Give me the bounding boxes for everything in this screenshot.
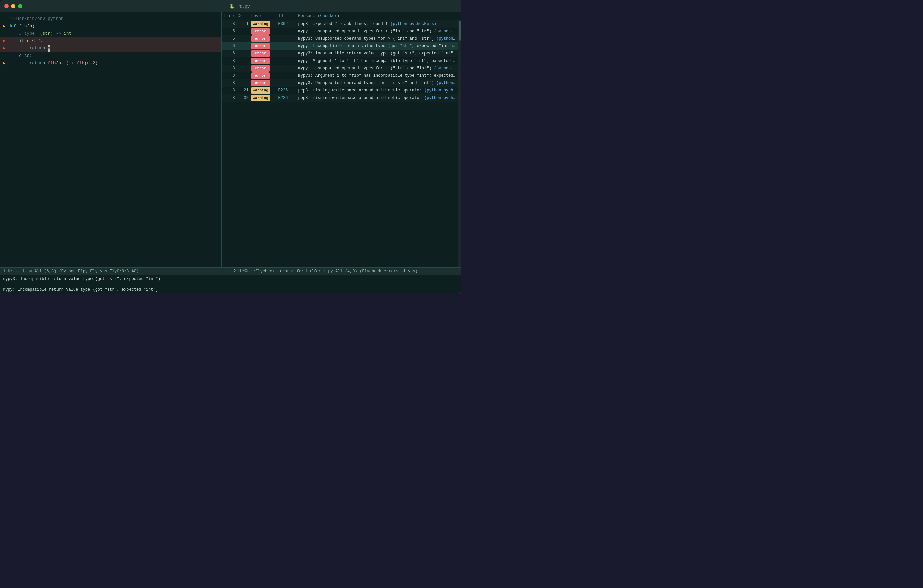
fc-line: 3 xyxy=(224,21,238,27)
fc-line: 5 xyxy=(224,35,238,42)
traffic-lights xyxy=(4,4,22,8)
fc-level: warning xyxy=(251,87,278,94)
maximize-button[interactable] xyxy=(18,4,22,8)
dual-status-bar: 1 U:--- t.py All (6,8) (Python Elpy Fly … xyxy=(0,267,461,275)
warning-badge: warning xyxy=(251,21,270,27)
minimize-button[interactable] xyxy=(11,4,15,8)
minibuffer: mypy3: Incompatible return value type (g… xyxy=(0,275,461,294)
main-content: #!/usr/bin/env python ▶ def fib(n): # ty… xyxy=(0,12,461,267)
fc-line: 8 xyxy=(224,80,238,87)
cursor: n xyxy=(48,45,51,52)
scrollbar-thumb[interactable] xyxy=(459,21,461,41)
fc-msg: mypy3: Argument 1 to "fib" has incompati… xyxy=(298,72,456,79)
gutter-warning-icon: ▶ xyxy=(2,23,7,30)
checker-paren-close: ) xyxy=(337,14,339,18)
flycheck-status-text: 2 U:%%- *Flycheck errors* for buffer t.p… xyxy=(234,269,459,274)
fc-msg: mypy3: Unsupported operand types for - (… xyxy=(298,80,456,87)
code-line: ▶ return fib(n-1) + fib(n-2) xyxy=(0,59,221,67)
gutter-empty xyxy=(2,15,7,23)
flycheck-row[interactable]: 8 21 warning E226 pep8: missing whitespa… xyxy=(222,87,458,94)
editor-status-text: 1 U:--- t.py All (6,8) (Python Elpy Fly … xyxy=(3,269,228,274)
fc-line: 6 xyxy=(224,50,238,57)
flycheck-row[interactable]: 8 error mypy: Argument 1 to "fib" has in… xyxy=(222,57,458,64)
flycheck-row-selected[interactable]: 6 error mypy: Incompatible return value … xyxy=(222,43,458,50)
flycheck-row[interactable]: 8 error mypy3: Unsupported operand types… xyxy=(222,79,458,87)
code-text: #!/usr/bin/env python xyxy=(8,15,218,23)
fc-id: E226 xyxy=(278,87,298,94)
fc-id: E226 xyxy=(278,95,298,101)
file-icon: 🐍 xyxy=(229,4,235,9)
main-window: 🐍 t.py #!/usr/bin/env python ▶ def fib(n… xyxy=(0,0,462,294)
flycheck-row[interactable]: 8 error mypy3: Argument 1 to "fib" has i… xyxy=(222,72,458,79)
titlebar: 🐍 t.py xyxy=(0,0,461,12)
gutter-error-icon: ▶ xyxy=(2,37,7,45)
fc-msg: mypy: Unsupported operand types for - ("… xyxy=(298,65,456,72)
code-text: if n < 2: xyxy=(8,37,218,45)
error-badge: error xyxy=(251,50,270,57)
col-msg-header: Message (Checker) xyxy=(298,14,458,18)
flycheck-row[interactable]: 5 error mypy: Unsupported operand types … xyxy=(222,28,458,35)
flycheck-row[interactable]: 3 1 warning E302 pep8: expected 2 blank … xyxy=(222,20,458,28)
fc-col: 32 xyxy=(238,95,251,101)
fc-line: 5 xyxy=(224,28,238,34)
error-badge: error xyxy=(251,65,270,72)
code-line: ▶ def fib(n): xyxy=(0,23,221,30)
flycheck-status-bar: 2 U:%%- *Flycheck errors* for buffer t.p… xyxy=(231,268,462,275)
window-title: 🐍 t.py xyxy=(22,4,457,9)
flycheck-header: Line Col Level ID Message (Checker) xyxy=(222,12,461,20)
fc-level: error xyxy=(251,80,278,87)
gutter-empty xyxy=(2,30,7,37)
fc-id: E302 xyxy=(278,21,298,27)
fc-msg: mypy: Incompatible return value type (go… xyxy=(298,43,456,49)
fc-level: error xyxy=(251,65,278,72)
fc-msg: pep8: expected 2 blank lines, found 1 (p… xyxy=(298,21,456,27)
status-area: 1 U:--- t.py All (6,8) (Python Elpy Fly … xyxy=(0,267,461,294)
gutter-warning-icon: ▶ xyxy=(2,59,7,67)
fc-line: 8 xyxy=(224,65,238,72)
code-text: else: xyxy=(8,52,218,59)
fc-msg: mypy3: Unsupported operand types for > (… xyxy=(298,35,456,42)
flycheck-row[interactable]: 8 32 warning E226 pep8: missing whitespa… xyxy=(222,94,458,102)
fc-col: 21 xyxy=(238,87,251,94)
error-badge: error xyxy=(251,80,270,87)
fc-level: warning xyxy=(251,95,278,101)
flycheck-row[interactable]: 8 error mypy: Unsupported operand types … xyxy=(222,64,458,72)
fc-line: 8 xyxy=(224,87,238,94)
fc-line: 6 xyxy=(224,43,238,49)
code-text: return fib(n-1) + fib(n-2) xyxy=(8,59,218,67)
fc-level: error xyxy=(251,35,278,42)
gutter-error-icon: ▶ xyxy=(2,45,7,52)
fc-line: 8 xyxy=(224,57,238,64)
code-editor[interactable]: #!/usr/bin/env python ▶ def fib(n): # ty… xyxy=(0,12,221,267)
code-line-error-cursor: ▶ return n xyxy=(0,45,221,52)
code-text: # type: (str) -> int xyxy=(8,30,218,37)
flycheck-row[interactable]: 6 error mypy3: Incompatible return value… xyxy=(222,50,458,57)
error-badge: error xyxy=(251,35,270,42)
editor-status-bar: 1 U:--- t.py All (6,8) (Python Elpy Fly … xyxy=(0,268,231,275)
error-badge: error xyxy=(251,28,270,34)
fc-level: warning xyxy=(251,21,278,27)
minibuffer-line1: mypy3: Incompatible return value type (g… xyxy=(3,276,458,282)
minibuffer-line2 xyxy=(3,282,458,287)
fc-level: error xyxy=(251,72,278,79)
error-badge: error xyxy=(251,57,270,64)
fc-level: error xyxy=(251,28,278,34)
error-badge: error xyxy=(251,72,270,79)
fc-msg: mypy: Argument 1 to "fib" has incompatib… xyxy=(298,57,456,64)
col-line-header: Line xyxy=(224,14,238,18)
col-id-header: ID xyxy=(278,14,298,18)
warning-badge: warning xyxy=(251,95,270,101)
close-button[interactable] xyxy=(4,4,9,8)
code-line-error: ▶ if n < 2: xyxy=(0,37,221,45)
code-line: #!/usr/bin/env python xyxy=(0,15,221,23)
scrollbar[interactable] xyxy=(458,20,461,267)
flycheck-row[interactable]: 5 error mypy3: Unsupported operand types… xyxy=(222,35,458,43)
fc-msg: pep8: missing whitespace around arithmet… xyxy=(298,95,456,101)
col-level-header: Level xyxy=(251,14,278,18)
editor-pane[interactable]: #!/usr/bin/env python ▶ def fib(n): # ty… xyxy=(0,12,222,267)
checker-header: Checker xyxy=(320,14,337,18)
fc-msg: mypy: Unsupported operand types for > ("… xyxy=(298,28,456,34)
flycheck-pane[interactable]: Line Col Level ID Message (Checker) 3 1 … xyxy=(222,12,461,267)
error-badge: error xyxy=(251,43,270,49)
flycheck-list[interactable]: 3 1 warning E302 pep8: expected 2 blank … xyxy=(222,20,458,267)
